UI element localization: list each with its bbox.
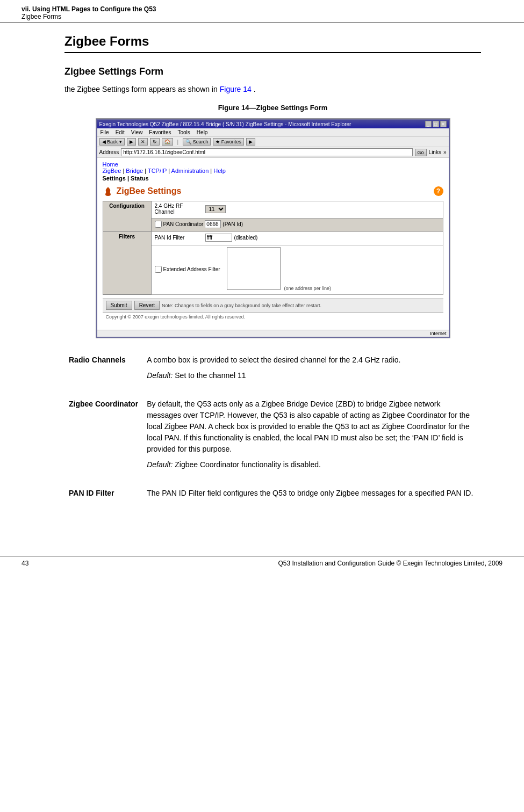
rf-channel-label: 2.4 GHz RF Channel bbox=[155, 203, 203, 215]
page-header: vii. Using HTML Pages to Configure the Q… bbox=[0, 0, 524, 23]
intro-paragraph: the Zigbee Settings form appears as show… bbox=[64, 84, 481, 95]
ext-addr-filter-textarea[interactable] bbox=[227, 247, 281, 290]
menu-help[interactable]: Help bbox=[197, 129, 208, 135]
rf-channel-row: 2.4 GHz RF Channel 11 bbox=[155, 203, 440, 215]
browser-status-bar: Internet bbox=[97, 330, 449, 337]
address-label: Address bbox=[99, 149, 119, 155]
ext-addr-filter-label: Extended Address Filter bbox=[163, 266, 220, 272]
settings-table: Configuration 2.4 GHz RF Channel 11 bbox=[103, 201, 443, 295]
address-input[interactable] bbox=[121, 148, 412, 156]
favorites-button[interactable]: ★ Favorites bbox=[213, 138, 244, 146]
home-button[interactable]: 🏠 bbox=[162, 138, 173, 146]
figure-browser: Exegin Technologies Q52 ZigBee / 802.15.… bbox=[96, 118, 450, 338]
desc-row-radio: Radio Channels A combo box is provided t… bbox=[64, 351, 481, 389]
refresh-button[interactable]: ↻ bbox=[150, 138, 160, 146]
section-title: Zigbee Settings Form bbox=[64, 66, 481, 77]
flame-icon bbox=[103, 186, 113, 197]
default-label-coordinator: Default: bbox=[147, 460, 173, 469]
pan-id-label: (PAN Id) bbox=[222, 221, 243, 227]
note-text: Note: Changes to fields on a gray backgr… bbox=[162, 303, 321, 308]
subnav-status[interactable]: Status bbox=[131, 175, 149, 182]
ext-addr-filter-checkbox[interactable] bbox=[155, 266, 162, 273]
ext-addr-note: (one address per line) bbox=[284, 286, 331, 291]
desc-row-pan: PAN ID Filter The PAN ID Filter field co… bbox=[64, 484, 481, 506]
submit-row: Submit Revert Note: Changes to fields on… bbox=[103, 298, 443, 312]
browser-title: Exegin Technologies Q52 ZigBee / 802.15.… bbox=[99, 121, 351, 127]
nav-admin: Administration bbox=[171, 168, 209, 174]
menu-tools[interactable]: Tools bbox=[177, 129, 190, 135]
browser-content: Home ZigBee | Bridge | TCP/IP | Administ… bbox=[97, 158, 449, 330]
browser-menubar: File Edit View Favorites Tools Help bbox=[97, 128, 449, 137]
browser-address-bar: Address Go Links » bbox=[97, 147, 449, 158]
close-button[interactable]: ✕ bbox=[440, 121, 447, 127]
ext-addr-filter-row: Extended Address Filter (one address per… bbox=[103, 245, 443, 295]
pan-id-filter-row: PAN Id Filter (disabled) bbox=[155, 234, 440, 242]
pan-id-filter-input[interactable] bbox=[205, 234, 232, 242]
nav-help: Help bbox=[213, 168, 226, 174]
nav-tcpip: TCP/IP bbox=[148, 168, 167, 174]
filters-label: Filters bbox=[103, 232, 151, 295]
forward-button[interactable]: ▶ bbox=[127, 138, 136, 146]
pan-coordinator-row: PAN Coordinator (PAN Id) bbox=[103, 219, 443, 232]
page-footer: 43 Q53 Installation and Configuration Gu… bbox=[0, 556, 524, 570]
go-button[interactable]: Go bbox=[415, 149, 427, 156]
menu-favorites[interactable]: Favorites bbox=[149, 129, 171, 135]
menu-file[interactable]: File bbox=[101, 129, 109, 135]
figure-link[interactable]: Figure 14 bbox=[220, 85, 252, 93]
config-section-row: Configuration 2.4 GHz RF Channel 11 bbox=[103, 201, 443, 219]
desc-row-coordinator: Zigbee Coordinator By default, the Q53 a… bbox=[64, 395, 481, 478]
browser-window: Exegin Technologies Q52 ZigBee / 802.15.… bbox=[96, 119, 450, 338]
submit-button[interactable]: Submit bbox=[106, 301, 132, 310]
settings-title: ZigBee Settings bbox=[103, 186, 182, 197]
revert-button[interactable]: Revert bbox=[134, 301, 160, 310]
rf-channel-select[interactable]: 11 bbox=[205, 205, 226, 213]
figure-caption: Figure 14—Zigbee Settings Form bbox=[64, 104, 481, 112]
media-button[interactable]: ▶ bbox=[246, 138, 255, 146]
browser-titlebar: Exegin Technologies Q52 ZigBee / 802.15.… bbox=[97, 120, 449, 128]
descriptions-table: Radio Channels A combo box is provided t… bbox=[64, 351, 481, 506]
titlebar-buttons: _ □ ✕ bbox=[425, 121, 447, 127]
minimize-button[interactable]: _ bbox=[425, 121, 432, 127]
menu-edit[interactable]: Edit bbox=[116, 129, 125, 135]
default-label-radio: Default: bbox=[147, 371, 173, 380]
help-icon[interactable]: ? bbox=[434, 186, 443, 196]
menu-view[interactable]: View bbox=[131, 129, 143, 135]
copyright-bar: Copyright © 2007 exegin technologies lim… bbox=[103, 312, 443, 321]
search-button[interactable]: 🔍 Search bbox=[183, 138, 211, 146]
term-radio: Radio Channels bbox=[64, 351, 142, 389]
nav-home[interactable]: Home bbox=[103, 161, 118, 168]
back-button[interactable]: ◀ Back ▾ bbox=[99, 138, 125, 146]
nav-zigbee: ZigBee bbox=[103, 168, 121, 174]
def-radio: A combo box is provided to select the de… bbox=[142, 351, 481, 389]
stop-button[interactable]: ✕ bbox=[138, 138, 148, 146]
footer-text: Q53 Installation and Configuration Guide… bbox=[278, 560, 503, 567]
chapter-title: Zigbee Forms bbox=[64, 34, 481, 53]
filters-section-row: Filters PAN Id Filter (disabled) bbox=[103, 232, 443, 245]
pan-coordinator-checkbox[interactable] bbox=[155, 221, 162, 228]
config-label: Configuration bbox=[103, 201, 151, 232]
spacer-row-1 bbox=[64, 389, 481, 395]
maximize-button[interactable]: □ bbox=[433, 121, 439, 127]
def-pan: The PAN ID Filter field configures the Q… bbox=[142, 484, 481, 506]
nav-bridge: Bridge bbox=[126, 168, 143, 174]
status-zone: Internet bbox=[430, 331, 447, 336]
pan-id-filter-status: (disabled) bbox=[234, 235, 258, 241]
term-coordinator: Zigbee Coordinator bbox=[64, 395, 142, 478]
spacer-row-2 bbox=[64, 478, 481, 484]
links-label: Links bbox=[429, 149, 441, 155]
header-chapter: vii. Using HTML Pages to Configure the Q… bbox=[21, 5, 156, 20]
settings-header: ZigBee Settings ? bbox=[103, 186, 443, 197]
site-navigation: Home ZigBee | Bridge | TCP/IP | Administ… bbox=[103, 161, 443, 174]
main-content: Zigbee Forms Zigbee Settings Form the Zi… bbox=[0, 23, 524, 534]
term-pan: PAN ID Filter bbox=[64, 484, 142, 506]
pan-id-input[interactable] bbox=[205, 220, 221, 228]
pan-coordinator-label: PAN Coordinator bbox=[163, 221, 204, 227]
site-subnav: Settings | Status bbox=[103, 175, 443, 182]
def-coordinator: By default, the Q53 acts only as a Zigbe… bbox=[142, 395, 481, 478]
subnav-settings[interactable]: Settings bbox=[103, 175, 126, 182]
pan-id-filter-label: PAN Id Filter bbox=[155, 235, 203, 241]
browser-toolbar: ◀ Back ▾ ▶ ✕ ↻ 🏠 | 🔍 Search ★ Favorites … bbox=[97, 137, 449, 147]
page-number: 43 bbox=[21, 560, 28, 567]
